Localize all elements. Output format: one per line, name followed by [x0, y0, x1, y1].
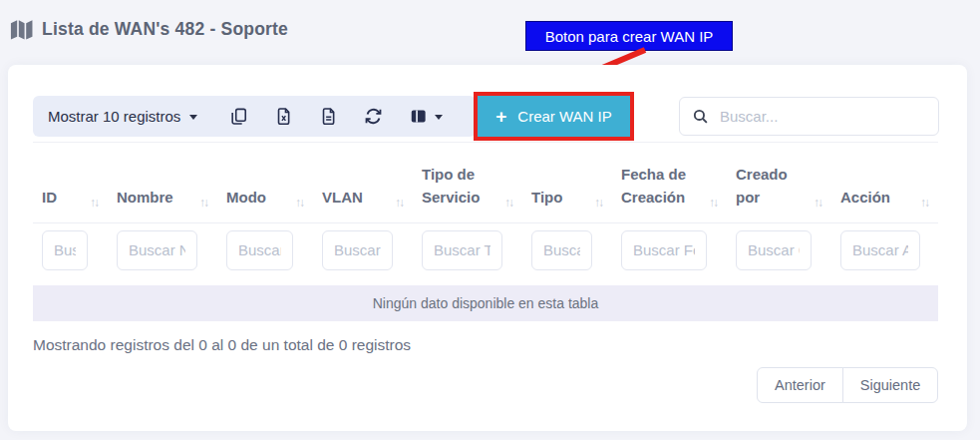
filter-input-id[interactable] [42, 230, 88, 270]
filter-input-creado-por[interactable] [736, 230, 812, 270]
column-header-id[interactable]: ID↑↓ [33, 143, 108, 223]
filter-input-fecha-creacion[interactable] [621, 230, 707, 270]
sort-icon[interactable]: ↑↓ [90, 196, 100, 210]
pagination: Anterior Siguiente [757, 367, 938, 403]
search-input[interactable] [720, 108, 926, 125]
chevron-down-icon [189, 115, 197, 120]
wan-list-card: Mostrar 10 registros [8, 65, 967, 431]
filter-row [33, 222, 938, 281]
export-buttons [228, 107, 443, 127]
page-length-dropdown[interactable]: Mostrar 10 registros [48, 108, 197, 125]
previous-page-button[interactable]: Anterior [757, 367, 843, 403]
column-header-vlan[interactable]: VLAN↑↓ [313, 143, 413, 223]
create-wan-ip-label: Crear WAN IP [517, 108, 611, 125]
file-export-icon[interactable] [318, 107, 338, 127]
column-header-nombre[interactable]: Nombre↑↓ [108, 143, 217, 223]
sort-icon[interactable]: ↑↓ [199, 196, 209, 210]
plus-icon: + [495, 107, 506, 126]
empty-state-row: Ningún dato disponible en esta tabla [33, 281, 938, 321]
filter-input-tipo-servicio[interactable] [422, 230, 502, 270]
table-toolbar: Mostrar 10 registros [33, 96, 476, 137]
filter-input-modo[interactable] [226, 230, 293, 270]
column-visibility-button[interactable] [408, 107, 443, 127]
filter-input-nombre[interactable] [117, 230, 197, 270]
chevron-down-icon [435, 115, 443, 120]
sort-icon[interactable]: ↑↓ [709, 196, 719, 210]
filter-input-vlan[interactable] [322, 230, 393, 270]
filter-input-accion[interactable] [840, 230, 920, 270]
table-header-row: ID↑↓ Nombre↑↓ Modo↑↓ VLAN↑↓ Tipo de Serv… [33, 143, 938, 223]
table-info: Mostrando registros del 0 al 0 de un tot… [33, 336, 411, 354]
filter-input-tipo[interactable] [531, 230, 592, 270]
sort-icon[interactable]: ↑↓ [395, 196, 405, 210]
column-visibility-icon [408, 107, 428, 127]
column-header-creado-por[interactable]: Creado por↑↓ [727, 143, 831, 223]
page-header: Lista de WAN's 482 - Soporte [9, 17, 288, 42]
sort-icon[interactable]: ↑↓ [295, 196, 305, 210]
sort-icon[interactable]: ↑↓ [814, 196, 823, 210]
refresh-icon[interactable] [363, 107, 383, 127]
page-length-label: Mostrar 10 registros [48, 108, 180, 125]
search-icon [692, 108, 709, 125]
sort-icon[interactable]: ↑↓ [920, 196, 930, 210]
next-page-button[interactable]: Siguiente [842, 367, 938, 403]
annotation-callout: Boton para crear WAN IP [525, 21, 733, 51]
page-title: Lista de WAN's 482 - Soporte [42, 19, 288, 40]
empty-state-message: Ningún dato disponible en esta tabla [33, 281, 938, 321]
sort-icon[interactable]: ↑↓ [594, 196, 604, 210]
copy-icon[interactable] [228, 107, 248, 127]
column-header-modo[interactable]: Modo↑↓ [217, 143, 313, 223]
sort-icon[interactable]: ↑↓ [504, 196, 514, 210]
column-header-accion[interactable]: Acción↑↓ [831, 143, 938, 223]
excel-export-icon[interactable] [273, 107, 293, 127]
column-header-tipo-servicio[interactable]: Tipo de Servicio↑↓ [413, 143, 522, 223]
column-header-tipo[interactable]: Tipo↑↓ [522, 143, 612, 223]
global-search [679, 97, 939, 136]
column-header-fecha-creacion[interactable]: Fecha de Creación↑↓ [612, 143, 727, 223]
map-icon [9, 17, 34, 42]
wan-table: ID↑↓ Nombre↑↓ Modo↑↓ VLAN↑↓ Tipo de Serv… [33, 142, 938, 321]
highlight-rectangle: + Crear WAN IP [474, 92, 634, 141]
create-wan-ip-button[interactable]: + Crear WAN IP [478, 96, 630, 137]
